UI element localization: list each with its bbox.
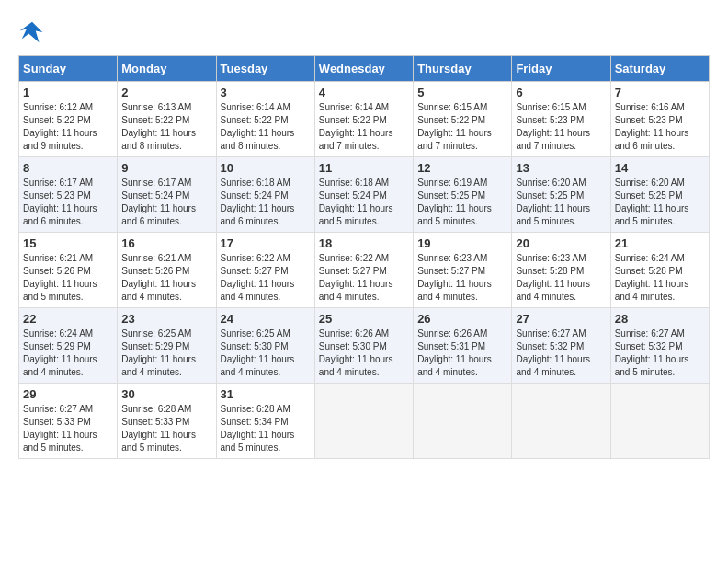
day-header-saturday: Saturday: [610, 56, 709, 82]
day-header-tuesday: Tuesday: [216, 56, 314, 82]
day-header-friday: Friday: [512, 56, 610, 82]
day-info: Sunrise: 6:18 AM Sunset: 5:24 PM Dayligh…: [221, 177, 311, 228]
day-info: Sunrise: 6:21 AM Sunset: 5:26 PM Dayligh…: [121, 252, 211, 304]
day-info: Sunrise: 6:25 AM Sunset: 5:30 PM Dayligh…: [221, 327, 311, 379]
day-header-sunday: Sunday: [19, 56, 118, 82]
day-number: 27: [516, 312, 606, 326]
day-number: 12: [417, 161, 507, 175]
day-info: Sunrise: 6:20 AM Sunset: 5:25 PM Dayligh…: [516, 177, 606, 228]
day-number: 10: [221, 161, 311, 175]
calendar-cell: 9Sunrise: 6:17 AM Sunset: 5:24 PM Daylig…: [118, 157, 216, 233]
day-header-wednesday: Wednesday: [314, 56, 413, 82]
day-number: 19: [417, 236, 507, 250]
calendar-cell: 2Sunrise: 6:13 AM Sunset: 5:22 PM Daylig…: [118, 82, 216, 157]
calendar-table: SundayMondayTuesdayWednesdayThursdayFrid…: [18, 55, 710, 459]
day-number: 13: [516, 161, 606, 175]
day-number: 4: [319, 86, 409, 99]
day-header-thursday: Thursday: [414, 56, 512, 82]
calendar-cell: 21Sunrise: 6:24 AM Sunset: 5:28 PM Dayli…: [610, 233, 709, 308]
day-info: Sunrise: 6:28 AM Sunset: 5:33 PM Dayligh…: [121, 403, 211, 454]
day-number: 25: [319, 312, 409, 326]
calendar-cell: 20Sunrise: 6:23 AM Sunset: 5:28 PM Dayli…: [512, 233, 610, 308]
day-number: 26: [417, 312, 507, 326]
calendar-week-1: 1Sunrise: 6:12 AM Sunset: 5:22 PM Daylig…: [19, 82, 710, 157]
day-number: 15: [23, 236, 113, 250]
calendar-cell: 7Sunrise: 6:16 AM Sunset: 5:23 PM Daylig…: [610, 82, 709, 157]
calendar-cell: 13Sunrise: 6:20 AM Sunset: 5:25 PM Dayli…: [512, 157, 610, 233]
day-info: Sunrise: 6:20 AM Sunset: 5:25 PM Dayligh…: [615, 177, 705, 228]
day-number: 22: [23, 312, 113, 326]
calendar-cell: 30Sunrise: 6:28 AM Sunset: 5:33 PM Dayli…: [118, 384, 216, 459]
day-number: 8: [23, 161, 113, 175]
calendar-week-4: 22Sunrise: 6:24 AM Sunset: 5:29 PM Dayli…: [19, 308, 710, 384]
day-info: Sunrise: 6:14 AM Sunset: 5:22 PM Dayligh…: [221, 101, 311, 153]
calendar-cell: 14Sunrise: 6:20 AM Sunset: 5:25 PM Dayli…: [610, 157, 709, 233]
calendar-cell: 16Sunrise: 6:21 AM Sunset: 5:26 PM Dayli…: [118, 233, 216, 308]
day-info: Sunrise: 6:24 AM Sunset: 5:29 PM Dayligh…: [23, 327, 113, 379]
calendar-cell: 11Sunrise: 6:18 AM Sunset: 5:24 PM Dayli…: [314, 157, 413, 233]
calendar-cell: [610, 384, 709, 459]
day-number: 14: [615, 161, 705, 175]
calendar-week-3: 15Sunrise: 6:21 AM Sunset: 5:26 PM Dayli…: [19, 233, 710, 308]
page-header: [18, 18, 710, 46]
day-info: Sunrise: 6:23 AM Sunset: 5:27 PM Dayligh…: [417, 252, 507, 304]
day-info: Sunrise: 6:22 AM Sunset: 5:27 PM Dayligh…: [319, 252, 409, 304]
logo-icon: [18, 18, 46, 46]
calendar-cell: 26Sunrise: 6:26 AM Sunset: 5:31 PM Dayli…: [414, 308, 512, 384]
day-number: 21: [615, 236, 705, 250]
day-number: 17: [221, 236, 311, 250]
calendar-cell: 25Sunrise: 6:26 AM Sunset: 5:30 PM Dayli…: [314, 308, 413, 384]
day-info: Sunrise: 6:17 AM Sunset: 5:23 PM Dayligh…: [23, 177, 113, 228]
day-info: Sunrise: 6:26 AM Sunset: 5:30 PM Dayligh…: [319, 327, 409, 379]
calendar-cell: 1Sunrise: 6:12 AM Sunset: 5:22 PM Daylig…: [19, 82, 118, 157]
logo: [18, 18, 50, 46]
day-info: Sunrise: 6:17 AM Sunset: 5:24 PM Dayligh…: [121, 177, 211, 228]
calendar-week-2: 8Sunrise: 6:17 AM Sunset: 5:23 PM Daylig…: [19, 157, 710, 233]
day-info: Sunrise: 6:14 AM Sunset: 5:22 PM Dayligh…: [319, 101, 409, 153]
day-info: Sunrise: 6:27 AM Sunset: 5:32 PM Dayligh…: [516, 327, 606, 379]
day-number: 20: [516, 236, 606, 250]
day-number: 18: [319, 236, 409, 250]
day-info: Sunrise: 6:23 AM Sunset: 5:28 PM Dayligh…: [516, 252, 606, 304]
day-info: Sunrise: 6:15 AM Sunset: 5:22 PM Dayligh…: [417, 101, 507, 153]
day-header-monday: Monday: [118, 56, 216, 82]
calendar-cell: 18Sunrise: 6:22 AM Sunset: 5:27 PM Dayli…: [314, 233, 413, 308]
calendar-cell: 22Sunrise: 6:24 AM Sunset: 5:29 PM Dayli…: [19, 308, 118, 384]
svg-marker-0: [20, 22, 43, 43]
day-number: 3: [221, 86, 311, 99]
day-number: 30: [121, 387, 211, 401]
calendar-cell: 12Sunrise: 6:19 AM Sunset: 5:25 PM Dayli…: [414, 157, 512, 233]
calendar-cell: 3Sunrise: 6:14 AM Sunset: 5:22 PM Daylig…: [216, 82, 314, 157]
calendar-cell: [314, 384, 413, 459]
calendar-cell: 5Sunrise: 6:15 AM Sunset: 5:22 PM Daylig…: [414, 82, 512, 157]
calendar-cell: 27Sunrise: 6:27 AM Sunset: 5:32 PM Dayli…: [512, 308, 610, 384]
day-info: Sunrise: 6:25 AM Sunset: 5:29 PM Dayligh…: [121, 327, 211, 379]
day-info: Sunrise: 6:15 AM Sunset: 5:23 PM Dayligh…: [516, 101, 606, 153]
calendar-cell: 6Sunrise: 6:15 AM Sunset: 5:23 PM Daylig…: [512, 82, 610, 157]
day-number: 9: [121, 161, 211, 175]
calendar-cell: 19Sunrise: 6:23 AM Sunset: 5:27 PM Dayli…: [414, 233, 512, 308]
calendar-cell: 8Sunrise: 6:17 AM Sunset: 5:23 PM Daylig…: [19, 157, 118, 233]
calendar-cell: 23Sunrise: 6:25 AM Sunset: 5:29 PM Dayli…: [118, 308, 216, 384]
day-info: Sunrise: 6:27 AM Sunset: 5:33 PM Dayligh…: [23, 403, 113, 454]
day-info: Sunrise: 6:26 AM Sunset: 5:31 PM Dayligh…: [417, 327, 507, 379]
calendar-cell: 4Sunrise: 6:14 AM Sunset: 5:22 PM Daylig…: [314, 82, 413, 157]
day-info: Sunrise: 6:16 AM Sunset: 5:23 PM Dayligh…: [615, 101, 705, 153]
day-info: Sunrise: 6:21 AM Sunset: 5:26 PM Dayligh…: [23, 252, 113, 304]
day-info: Sunrise: 6:13 AM Sunset: 5:22 PM Dayligh…: [121, 101, 211, 153]
calendar-cell: 24Sunrise: 6:25 AM Sunset: 5:30 PM Dayli…: [216, 308, 314, 384]
day-number: 29: [23, 387, 113, 401]
calendar-header-row: SundayMondayTuesdayWednesdayThursdayFrid…: [19, 56, 710, 82]
day-number: 2: [121, 86, 211, 99]
calendar-cell: [414, 384, 512, 459]
day-number: 23: [121, 312, 211, 326]
day-number: 6: [516, 86, 606, 99]
day-number: 7: [615, 86, 705, 99]
day-number: 16: [121, 236, 211, 250]
calendar-week-5: 29Sunrise: 6:27 AM Sunset: 5:33 PM Dayli…: [19, 384, 710, 459]
day-number: 28: [615, 312, 705, 326]
calendar-cell: 31Sunrise: 6:28 AM Sunset: 5:34 PM Dayli…: [216, 384, 314, 459]
day-number: 31: [221, 387, 311, 401]
day-number: 24: [221, 312, 311, 326]
calendar-cell: 15Sunrise: 6:21 AM Sunset: 5:26 PM Dayli…: [19, 233, 118, 308]
